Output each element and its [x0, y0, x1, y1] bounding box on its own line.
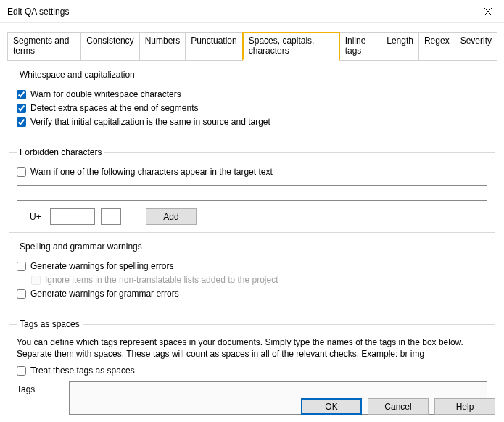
group-tags-legend: Tags as spaces	[17, 319, 83, 329]
group-spelling: Spelling and grammar warnings Generate w…	[9, 241, 495, 310]
tab-segments-terms[interactable]: Segments and terms	[7, 32, 81, 60]
checkbox-treat-tags[interactable]	[17, 366, 26, 376]
tab-severity[interactable]: Severity	[455, 32, 497, 60]
label-capitalization: Verify that initial capitalization is th…	[30, 117, 270, 127]
label-tags: Tags	[17, 381, 60, 394]
group-whitespace: Whitespace and capitalization Warn for d…	[9, 70, 495, 138]
label-spelling: Generate warnings for spelling errors	[30, 261, 173, 271]
group-whitespace-legend: Whitespace and capitalization	[17, 70, 138, 80]
label-uplus: U+	[30, 212, 44, 222]
tab-strip: Segments and terms Consistency Numbers P…	[7, 32, 497, 61]
label-ignore-nontranslatable: Ignore items in the non-translatable lis…	[45, 275, 278, 285]
group-spelling-legend: Spelling and grammar warnings	[17, 241, 145, 252]
tab-inline-tags[interactable]: Inline tags	[339, 32, 382, 60]
tab-content: Whitespace and capitalization Warn for d…	[0, 70, 504, 422]
group-forbidden-legend: Forbidden characters	[17, 147, 104, 157]
checkbox-grammar[interactable]	[17, 289, 26, 299]
dialog-footer: OK Cancel Help	[301, 398, 495, 415]
label-extra-spaces-end: Detect extra spaces at the end of segmen…	[30, 103, 198, 113]
tab-numbers[interactable]: Numbers	[139, 32, 186, 60]
checkbox-double-whitespace[interactable]	[17, 90, 26, 99]
label-grammar: Generate warnings for grammar errors	[30, 289, 179, 299]
checkbox-capitalization[interactable]	[17, 117, 26, 127]
add-button[interactable]: Add	[146, 208, 197, 225]
tab-spaces-capitals-characters[interactable]: Spaces, capitals, characters	[242, 32, 340, 61]
checkbox-spelling[interactable]	[17, 262, 26, 271]
window-title: Edit QA settings	[7, 7, 69, 17]
ok-button[interactable]: OK	[301, 398, 362, 415]
checkbox-ignore-nontranslatable	[31, 276, 41, 285]
input-forbidden-chars[interactable]	[17, 185, 487, 201]
tab-length[interactable]: Length	[381, 32, 419, 60]
checkbox-forbidden-warn[interactable]	[17, 167, 26, 177]
checkbox-extra-spaces-end[interactable]	[17, 104, 26, 113]
tags-description: You can define which tags represent spac…	[17, 336, 487, 360]
tab-punctuation[interactable]: Punctuation	[185, 32, 242, 60]
help-button[interactable]: Help	[434, 398, 495, 415]
label-double-whitespace: Warn for double whitespace characters	[30, 89, 181, 99]
group-forbidden: Forbidden characters Warn if one of the …	[9, 147, 495, 233]
close-button[interactable]	[472, 1, 504, 22]
cancel-button[interactable]: Cancel	[368, 398, 429, 415]
input-unicode-code[interactable]	[50, 208, 95, 225]
tab-regex[interactable]: Regex	[418, 32, 455, 60]
close-icon	[484, 8, 492, 15]
label-forbidden-warn: Warn if one of the following characters …	[30, 167, 273, 177]
input-unicode-char[interactable]	[101, 208, 121, 225]
window-titlebar: Edit QA settings	[0, 0, 504, 23]
label-treat-tags: Treat these tags as spaces	[30, 365, 135, 376]
tab-consistency[interactable]: Consistency	[80, 32, 139, 60]
